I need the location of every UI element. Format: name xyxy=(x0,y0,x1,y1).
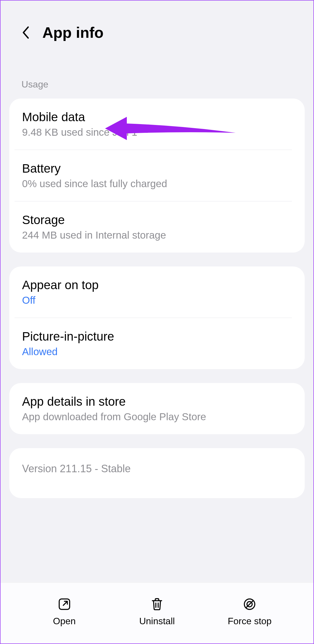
open-button[interactable]: Open xyxy=(38,597,91,627)
page-title: App info xyxy=(42,24,104,41)
item-title: Appear on top xyxy=(22,278,292,292)
item-title: Picture-in-picture xyxy=(22,330,292,344)
appear-on-top-item[interactable]: Appear on top Off xyxy=(9,266,305,318)
back-button[interactable] xyxy=(21,26,31,40)
item-subtitle: App downloaded from Google Play Store xyxy=(22,411,292,423)
item-subtitle: 9.48 KB used since Jan 1 xyxy=(22,126,292,138)
button-label: Uninstall xyxy=(139,616,175,627)
permissions-card: Appear on top Off Picture-in-picture All… xyxy=(9,266,305,369)
item-title: Battery xyxy=(22,162,292,176)
app-details-store-item[interactable]: App details in store App downloaded from… xyxy=(9,383,305,434)
force-stop-button[interactable]: Force stop xyxy=(223,597,276,627)
item-subtitle: 244 MB used in Internal storage xyxy=(22,229,292,241)
stop-icon xyxy=(242,597,257,612)
version-text: Version 211.15 - Stable xyxy=(22,463,292,475)
picture-in-picture-item[interactable]: Picture-in-picture Allowed xyxy=(9,318,305,369)
mobile-data-item[interactable]: Mobile data 9.48 KB used since Jan 1 xyxy=(9,99,305,150)
item-status: Off xyxy=(22,294,292,306)
trash-icon xyxy=(149,597,165,612)
button-label: Open xyxy=(53,616,76,627)
storage-item[interactable]: Storage 244 MB used in Internal storage xyxy=(9,201,305,253)
open-icon xyxy=(57,597,72,612)
uninstall-button[interactable]: Uninstall xyxy=(131,597,183,627)
usage-card: Mobile data 9.48 KB used since Jan 1 Bat… xyxy=(9,99,305,253)
button-label: Force stop xyxy=(228,616,272,627)
item-title: Mobile data xyxy=(22,110,292,124)
item-subtitle: 0% used since last fully charged xyxy=(22,178,292,189)
bottom-action-bar: Open Uninstall Force stop xyxy=(1,582,313,643)
battery-item[interactable]: Battery 0% used since last fully charged xyxy=(9,150,305,201)
store-card: App details in store App downloaded from… xyxy=(9,383,305,434)
section-label-usage: Usage xyxy=(1,53,313,99)
version-card: Version 211.15 - Stable xyxy=(9,448,305,498)
header: App info xyxy=(1,1,313,53)
item-title: App details in store xyxy=(22,395,292,409)
chevron-left-icon xyxy=(22,26,30,40)
item-status: Allowed xyxy=(22,346,292,357)
item-title: Storage xyxy=(22,213,292,227)
